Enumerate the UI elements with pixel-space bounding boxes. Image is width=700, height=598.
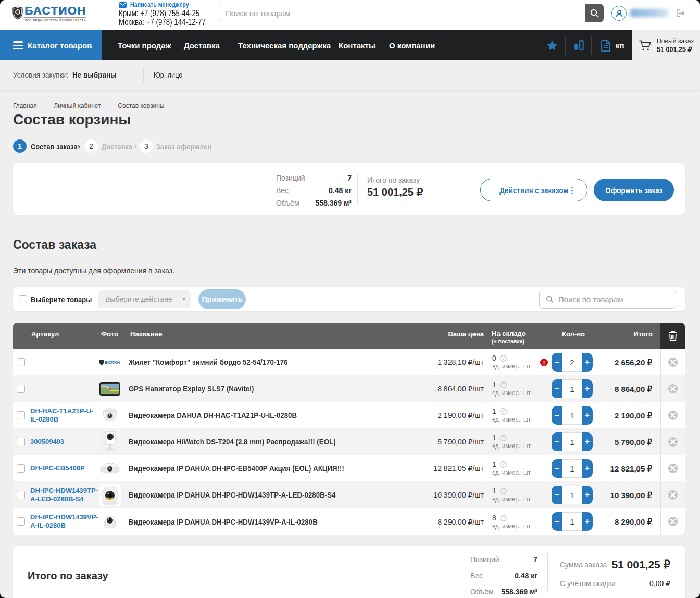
svg-text:?: ? [502,515,505,520]
svg-text:?: ? [502,409,505,414]
svg-text:БАСТИОН: БАСТИОН [105,361,120,364]
svg-text:?: ? [502,355,505,361]
svg-text:?: ? [502,462,505,467]
svg-text:?: ? [502,435,505,440]
svg-text:?: ? [502,488,505,493]
svg-text:?: ? [502,382,505,387]
